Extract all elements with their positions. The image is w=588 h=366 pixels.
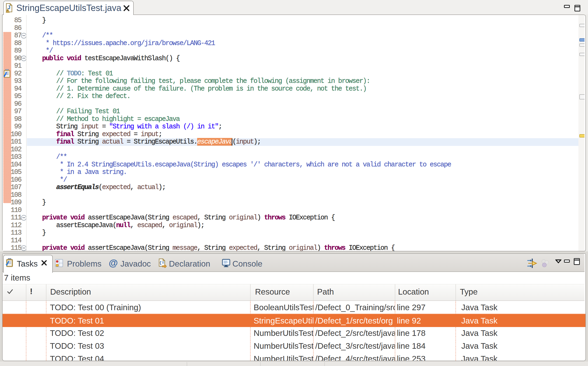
svg-text:{=: {=	[159, 260, 164, 265]
